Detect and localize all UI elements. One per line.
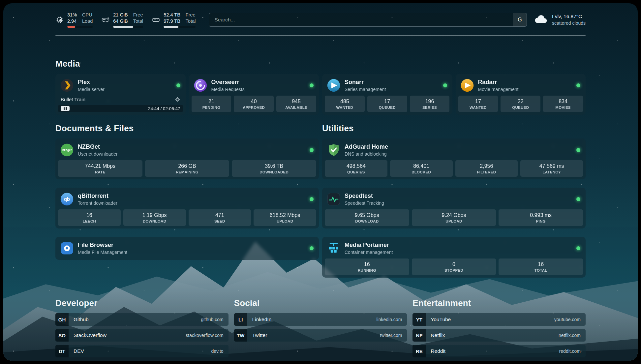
gear-icon[interactable] xyxy=(175,97,180,102)
stat-box: 834MOVIES xyxy=(543,96,583,112)
dashboard: 31% 2.94 CPU Load xyxy=(3,3,638,361)
service-card-plex[interactable]: Plex Media server Bullet Train xyxy=(55,74,186,115)
memory-usage-bar xyxy=(113,26,143,28)
sonarr-icon xyxy=(327,78,341,92)
disk-total-value: 97.9 TB xyxy=(164,18,180,24)
stat-box: 618.52 MbpsUPLOAD xyxy=(254,209,316,226)
service-card-sonarr[interactable]: Sonarr Series management 485WANTED17QUEU… xyxy=(322,74,452,115)
bookmark-abbr: GH xyxy=(55,313,69,326)
stat-box: 9.65 GbpsDOWNLOAD xyxy=(325,209,409,226)
service-card-filebrowser[interactable]: File Browser Media File Management xyxy=(55,237,319,260)
cpu-icon xyxy=(55,15,64,24)
bookmark-row[interactable]: YTYouTubeyoutube.com xyxy=(412,313,586,326)
service-subtitle: Container management xyxy=(345,249,393,255)
memory-total-value: 64 GiB xyxy=(113,18,128,24)
bookmark-row[interactable]: NFNetflixnetflix.com xyxy=(412,329,586,342)
stat-value: 9.24 Gbps xyxy=(413,212,495,218)
service-card-qbittorrent[interactable]: qb qBittorrent Torrent downloader 16LEEC… xyxy=(55,188,319,228)
stat-value: 17 xyxy=(460,99,497,105)
service-name: NZBGet xyxy=(78,143,118,151)
plex-icon xyxy=(60,78,74,92)
stat-box: 0.993 msPING xyxy=(499,209,583,226)
stat-label: PENDING xyxy=(193,106,230,109)
search-input[interactable] xyxy=(209,13,527,27)
stat-box: 9.24 GbpsUPLOAD xyxy=(412,209,496,226)
stat-box: 22QUEUED xyxy=(501,96,540,112)
stat-box: 196SERIES xyxy=(410,96,450,112)
bookmark-row[interactable]: DTDEVdev.to xyxy=(55,345,229,357)
search-bar: G xyxy=(209,13,527,27)
cpu-load-label: Load xyxy=(82,18,93,24)
stat-label: SEED xyxy=(190,219,250,223)
status-dot xyxy=(576,148,580,152)
qbittorrent-icon-text: qb xyxy=(64,197,70,202)
portainer-icon xyxy=(327,241,341,255)
bookmark-url: github.com xyxy=(201,313,228,326)
stats-row: 16RUNNING0STOPPED16TOTAL xyxy=(325,258,583,275)
stat-label: SERIES xyxy=(411,106,448,109)
service-card-overseerr[interactable]: Overseerr Media Requests 21PENDING40APPR… xyxy=(189,74,319,115)
bookmark-url: youtube.com xyxy=(554,313,586,326)
bookmark-row[interactable]: GHGithubgithub.com xyxy=(55,313,229,326)
stat-value: 47.569 ms xyxy=(522,163,582,169)
stats-row: 498,564QUERIES86,401BLOCKED2,956FILTERED… xyxy=(325,160,583,177)
stat-box: 16LEECH xyxy=(58,209,121,226)
bookmark-list: LILinkedInlinkedin.comTWTwittertwitter.c… xyxy=(234,313,407,342)
service-name: qBittorrent xyxy=(78,192,117,200)
stat-label: WANTED xyxy=(326,106,363,109)
stat-label: APPROVED xyxy=(235,106,272,109)
bookmark-row[interactable]: TWTwittertwitter.com xyxy=(234,329,407,342)
nzbget-icon: nzbget xyxy=(60,143,74,157)
bookmark-group-social: Social LILinkedInlinkedin.comTWTwittertw… xyxy=(234,298,407,342)
section-documents: Documents & Files nzbget xyxy=(55,123,319,260)
stat-box: 17WANTED xyxy=(458,96,498,112)
stat-value: 16 xyxy=(59,212,119,218)
memory-widget: 21 GiB 64 GiB Free Total xyxy=(101,12,143,28)
stat-value: 471 xyxy=(190,212,250,218)
search-provider-button[interactable]: G xyxy=(513,13,527,26)
status-dot xyxy=(310,83,314,87)
bookmark-row[interactable]: SOStackOverflowstackoverflow.com xyxy=(55,329,229,342)
bookmark-url: dev.to xyxy=(211,345,229,357)
stat-box: 16TOTAL xyxy=(499,258,583,275)
playback-time: 24:44 / 02:06:47 xyxy=(148,106,180,111)
service-subtitle: Usenet downloader xyxy=(78,151,118,157)
bookmark-row[interactable]: RERedditreddit.com xyxy=(412,345,586,357)
weather-location: Lviv, 16.87°C xyxy=(552,13,586,20)
filebrowser-icon xyxy=(60,241,74,255)
service-card-radarr[interactable]: Radarr Movie management 17WANTED22QUEUED… xyxy=(456,74,586,115)
bookmark-row[interactable]: LILinkedInlinkedin.com xyxy=(234,313,407,326)
adguard-icon xyxy=(327,143,341,157)
disk-widget: 52.4 TB 97.9 TB Free Total xyxy=(152,12,196,28)
stat-value: 834 xyxy=(544,99,582,105)
stat-label: QUERIES xyxy=(326,170,386,174)
memory-free-value: 21 GiB xyxy=(113,12,128,18)
topbar: 31% 2.94 CPU Load xyxy=(55,12,586,28)
pause-button[interactable] xyxy=(61,106,70,111)
bookmark-abbr: TW xyxy=(234,329,247,342)
stat-value: 86,401 xyxy=(391,163,451,169)
stat-value: 40 xyxy=(235,99,272,105)
service-subtitle: Speedtest Tracking xyxy=(345,200,384,206)
service-name: AdGuard Home xyxy=(345,143,388,151)
memory-icon xyxy=(101,15,110,24)
service-card-speedtest[interactable]: Speedtest Speedtest Tracking 9.65 GbpsDO… xyxy=(322,188,586,228)
stat-value: 744.21 Mbps xyxy=(59,163,141,169)
status-dot xyxy=(310,246,314,250)
service-name: Sonarr xyxy=(345,78,386,86)
stat-label: DOWNLOAD xyxy=(326,219,408,223)
service-card-adguard[interactable]: AdGuard Home DNS and adblocking 498,564Q… xyxy=(322,138,586,179)
bookmark-list: GHGithubgithub.comSOStackOverflowstackov… xyxy=(55,313,229,357)
stat-value: 16 xyxy=(500,261,582,267)
bookmark-name: Github xyxy=(69,313,89,326)
stat-value: 39.6 TB xyxy=(233,163,315,169)
cpu-usage-bar-fill xyxy=(67,26,75,28)
service-card-portainer[interactable]: Media Portainer Container management 16R… xyxy=(322,237,586,278)
status-dot xyxy=(576,83,580,87)
bookmark-url: reddit.com xyxy=(559,345,586,357)
stats-row: 17WANTED22QUEUED834MOVIES xyxy=(458,96,583,112)
topbar-divider xyxy=(55,35,586,36)
stat-label: MOVIES xyxy=(544,106,582,109)
playback-bar[interactable]: 24:44 / 02:06:47 xyxy=(58,105,183,112)
service-card-nzbget[interactable]: nzbget NZBGet Usenet downloader 744.21 M… xyxy=(55,138,319,179)
